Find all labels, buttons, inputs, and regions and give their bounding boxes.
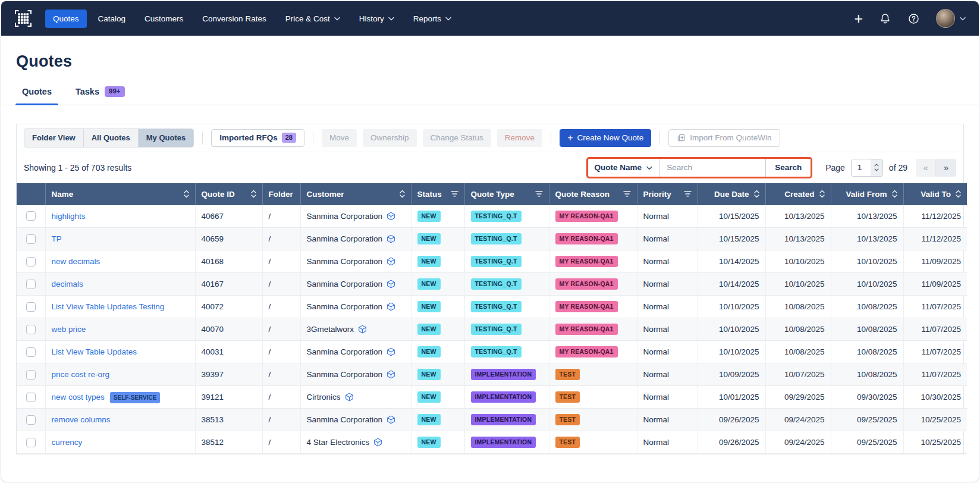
cell-due-date: 10/09/2025 (698, 363, 765, 386)
sort-arrows-icon[interactable] (819, 190, 825, 198)
quote-name-link[interactable]: price cost re-org (52, 370, 110, 379)
imported-rfqs-button[interactable]: Imported RFQs 28 (211, 129, 304, 147)
row-checkbox[interactable] (26, 347, 36, 357)
view-segment-folder-view[interactable]: Folder View (24, 129, 84, 147)
quote-name-link[interactable]: List View Table Updates (52, 347, 137, 356)
nav-item-catalog[interactable]: Catalog (90, 10, 134, 28)
column-header-label: Quote Reason (555, 190, 610, 199)
column-header-customer[interactable]: Customer (300, 183, 411, 205)
app-logo[interactable] (14, 10, 32, 27)
user-menu[interactable] (936, 9, 966, 28)
column-header-label: Priority (643, 190, 671, 199)
search-button[interactable]: Search (765, 159, 811, 177)
row-checkbox[interactable] (26, 234, 36, 244)
filter-lines-icon[interactable] (684, 191, 692, 197)
search-input[interactable] (659, 159, 765, 177)
quote-name-link[interactable]: new decimals (52, 257, 100, 266)
nav-item-label: History (359, 14, 384, 23)
import-from-quotewin-button[interactable]: Import From QuoteWin (668, 129, 780, 147)
sort-arrows-icon[interactable] (251, 190, 256, 198)
change-status-button[interactable]: Change Status (423, 129, 491, 147)
table-row: web price40070/3GmetalworxNEWTESTING_Q.T… (17, 318, 967, 341)
quote-name-link[interactable]: decimals (52, 280, 83, 288)
column-header-folder[interactable]: Folder (262, 183, 300, 205)
row-checkbox[interactable] (26, 257, 36, 266)
next-page-button[interactable]: » (936, 159, 956, 177)
sort-arrows-icon[interactable] (754, 190, 759, 198)
quote-name-link[interactable]: TP (52, 234, 62, 243)
row-checkbox[interactable] (26, 393, 36, 402)
customer-name: Sanmina Corporation (307, 302, 383, 311)
filter-lines-icon[interactable] (451, 191, 458, 197)
sort-arrows-icon[interactable] (956, 190, 961, 198)
page-number-stepper[interactable] (871, 159, 882, 176)
row-checkbox[interactable] (26, 211, 36, 221)
cell-valid-to: 11/09/2025 (903, 273, 967, 296)
column-header-quote_type[interactable]: Quote Type (464, 183, 549, 205)
column-header-status[interactable]: Status (411, 183, 464, 205)
cell-name: currency (45, 431, 195, 454)
filter-lines-icon[interactable] (535, 191, 543, 197)
remove-button[interactable]: Remove (497, 129, 542, 147)
column-header-name[interactable]: Name (45, 183, 195, 205)
row-checkbox[interactable] (26, 438, 36, 447)
ownership-button[interactable]: Ownership (363, 129, 417, 147)
quote-name-link[interactable]: List View Table Updates Testing (52, 302, 165, 311)
help-icon[interactable] (907, 12, 920, 25)
quote-name-link[interactable]: web price (52, 325, 86, 334)
tab-tasks-label: Tasks (76, 87, 99, 96)
cell-due-date: 10/14/2025 (698, 250, 765, 273)
status-badge: NEW (417, 369, 441, 380)
nav-item-quotes[interactable]: Quotes (45, 10, 87, 28)
column-header-quote_id[interactable]: Quote ID (195, 183, 262, 205)
nav-item-price-cost[interactable]: Price & Cost (278, 10, 348, 28)
status-badge: NEW (417, 256, 441, 267)
quote-reason-badge: MY REASON-QA1 (555, 278, 618, 290)
column-header-quote_reason[interactable]: Quote Reason (549, 183, 637, 205)
row-select-cell (17, 273, 45, 296)
quote-name-link[interactable]: currency (52, 438, 83, 447)
cell-folder: / (262, 363, 300, 386)
customer-cell-content: Sanmina Corporation (307, 370, 405, 379)
column-header-label: Folder (269, 190, 293, 199)
cell-quote-type: IMPLEMENTATION (464, 409, 549, 431)
bell-icon[interactable] (879, 12, 891, 25)
cell-valid-from: 10/10/2025 (831, 250, 903, 273)
page-number-input[interactable] (852, 159, 871, 176)
column-header-valid_to[interactable]: Valid To (903, 183, 967, 205)
search-field-selector[interactable]: Quote Name (588, 159, 660, 177)
nav-item-conversion-rates[interactable]: Conversion Rates (194, 10, 274, 28)
column-header-valid_from[interactable]: Valid From (831, 183, 903, 205)
filter-lines-icon[interactable] (623, 191, 631, 197)
tab-tasks[interactable]: Tasks 99+ (74, 86, 126, 105)
avatar[interactable] (936, 9, 955, 28)
quote-name-link[interactable]: new cost types (52, 393, 105, 402)
sort-arrows-icon[interactable] (400, 190, 405, 198)
view-segment-all-quotes[interactable]: All Quotes (84, 129, 139, 147)
cell-valid-from: 10/13/2025 (831, 228, 903, 250)
column-header-priority[interactable]: Priority (637, 183, 698, 205)
view-segment-my-quotes[interactable]: My Quotes (139, 129, 193, 147)
status-badge: NEW (417, 437, 441, 448)
column-header-due_date[interactable]: Due Date (698, 183, 765, 205)
tab-quotes[interactable]: Quotes (21, 86, 53, 105)
nav-item-history[interactable]: History (351, 10, 402, 28)
row-checkbox[interactable] (26, 325, 36, 334)
row-checkbox[interactable] (26, 302, 36, 312)
row-checkbox[interactable] (26, 370, 36, 380)
sort-arrows-icon[interactable] (184, 190, 189, 198)
sort-arrows-icon[interactable] (892, 190, 897, 198)
row-checkbox[interactable] (26, 415, 36, 425)
plus-icon[interactable]: + (854, 11, 863, 26)
nav-item-reports[interactable]: Reports (406, 10, 459, 28)
nav-item-customers[interactable]: Customers (137, 10, 191, 28)
quote-type-badge: TESTING_Q.T (471, 324, 522, 335)
column-header-created[interactable]: Created (765, 183, 831, 205)
row-checkbox[interactable] (26, 280, 36, 289)
quote-name-link[interactable]: remove columns (52, 415, 111, 424)
create-new-quote-button[interactable]: + Create New Quote (560, 129, 651, 147)
move-button[interactable]: Move (322, 129, 357, 147)
previous-page-button[interactable]: « (916, 159, 936, 177)
cell-folder: / (262, 341, 300, 363)
quote-name-link[interactable]: highlights (52, 212, 86, 221)
